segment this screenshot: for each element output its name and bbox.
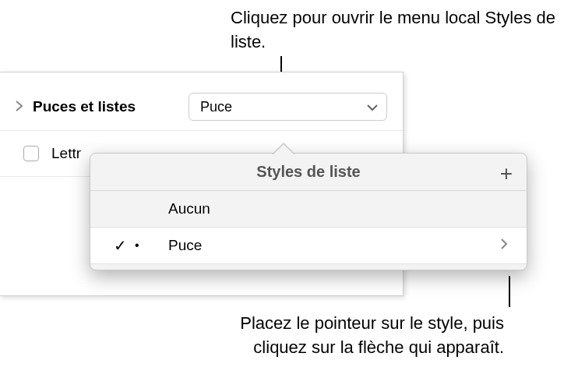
chevron-right-icon[interactable] — [500, 238, 508, 254]
add-style-button[interactable]: + — [500, 161, 513, 186]
popover-title: Styles de liste — [256, 163, 360, 181]
annotation-bottom-text: Placez le pointeur sur le style, puis cl… — [240, 313, 504, 357]
leader-line-bottom — [509, 276, 510, 307]
list-style-dropdown[interactable]: Puce — [189, 93, 387, 121]
popover-footer — [90, 263, 527, 270]
selection-indicator: ✓ • — [114, 236, 139, 255]
disclosure-triangle-icon[interactable] — [16, 101, 23, 114]
item-label: Aucun — [168, 200, 210, 217]
lettered-label: Lettr — [51, 145, 81, 162]
chevron-down-icon — [366, 99, 379, 115]
popover-list: Aucun ✓ • Puce — [90, 191, 527, 263]
bullets-lists-row: Puces et listes Puce — [0, 72, 403, 131]
annotation-bottom: Placez le pointeur sur le style, puis cl… — [231, 312, 504, 360]
bullet-icon: • — [135, 238, 139, 253]
list-style-item-puce[interactable]: ✓ • Puce — [90, 228, 527, 263]
lettered-checkbox[interactable] — [23, 146, 39, 161]
annotation-top-text: Cliquez pour ouvrir le menu local Styles… — [231, 8, 555, 51]
popover-header: Styles de liste + — [90, 154, 527, 191]
section-label: Puces et listes — [33, 98, 189, 115]
list-styles-popover: Styles de liste + Aucun ✓ • Puce — [90, 153, 527, 270]
item-label: Puce — [168, 237, 202, 254]
dropdown-value: Puce — [200, 99, 232, 115]
checkmark-icon: ✓ — [114, 236, 127, 255]
list-style-item-aucun[interactable]: Aucun — [90, 191, 527, 228]
annotation-top: Cliquez pour ouvrir le menu local Styles… — [231, 6, 564, 55]
